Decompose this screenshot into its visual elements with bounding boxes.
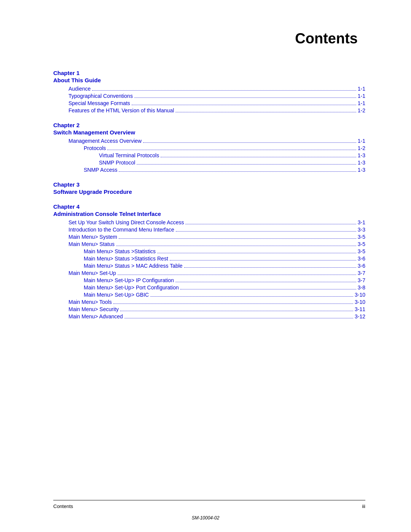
- chapter-title-4: Administration Console Telnet Interface: [53, 211, 365, 217]
- chapter-label-1: Chapter 1: [53, 70, 365, 76]
- toc-page-number: 3-7: [358, 277, 365, 283]
- toc-entry-text: Main Menu> Status >Statistics: [84, 248, 156, 254]
- toc-page-number: 1-1: [358, 138, 365, 144]
- toc-entry[interactable]: Main Menu> Advanced3-12: [53, 313, 365, 320]
- toc-page-number: 3-11: [355, 306, 365, 312]
- toc-entry-text: Introduction to the Command Menu Interfa…: [68, 227, 174, 233]
- toc-page-number: 3-8: [358, 284, 365, 291]
- toc-entry-text: Main Menu> Security: [68, 306, 119, 312]
- toc-entry[interactable]: Main Menu> Status >Statistics Rest3-6: [53, 256, 365, 262]
- toc-page-number: 1-2: [358, 145, 365, 151]
- toc-dots: [107, 150, 356, 150]
- toc-entry-text: Typographical Conventions: [68, 93, 133, 99]
- toc-container: Chapter 1About This GuideAudience1-1Typo…: [53, 70, 365, 320]
- toc-dots: [132, 105, 356, 105]
- toc-entry-text: Audience: [68, 86, 91, 92]
- toc-dots: [134, 97, 356, 98]
- toc-page-number: 3-5: [358, 234, 365, 240]
- chapter-title-1: About This Guide: [53, 77, 365, 83]
- toc-page-number: 3-1: [358, 219, 365, 225]
- toc-entry[interactable]: Main Menu> Status > MAC Address Table3-6: [53, 263, 365, 269]
- toc-entry[interactable]: Introduction to the Command Menu Interfa…: [53, 227, 365, 233]
- toc-entry-text: Special Message Formats: [68, 100, 130, 106]
- chapter-label-4: Chapter 4: [53, 203, 365, 210]
- toc-entry[interactable]: Management Access Overview1-1: [53, 138, 365, 144]
- toc-entry[interactable]: Main Menu> Set-Up> IP Configuration3-7: [53, 277, 365, 283]
- toc-page-number: 1-2: [358, 107, 365, 113]
- toc-dots: [92, 90, 356, 91]
- toc-entry-text: Main Menu> Advanced: [68, 313, 123, 320]
- toc-entry-text: SNMP Access: [84, 167, 117, 173]
- toc-entry[interactable]: Main Menu> Set-Up> GBIC3-10: [53, 292, 365, 298]
- toc-page-number: 3-10: [355, 292, 365, 298]
- toc-page-number: 3-5: [358, 241, 365, 247]
- toc-page-number: 1-3: [358, 160, 365, 166]
- toc-dots: [119, 238, 356, 239]
- toc-dots: [175, 282, 356, 282]
- toc-entry[interactable]: Main Menu> Set-Up> Port Configuration3-8: [53, 284, 365, 291]
- toc-dots: [143, 142, 356, 143]
- toc-dots: [157, 253, 356, 253]
- page: Contents Chapter 1About This GuideAudien…: [0, 0, 411, 532]
- toc-entry[interactable]: Main Menu> Security3-11: [53, 306, 365, 312]
- chapter-block-4: Chapter 4Administration Console Telnet I…: [53, 203, 365, 320]
- toc-entry[interactable]: Features of the HTML Version of this Man…: [53, 107, 365, 113]
- toc-page-number: 3-5: [358, 248, 365, 254]
- toc-entry[interactable]: SNMP Protocol1-3: [53, 160, 365, 166]
- toc-entry[interactable]: Protocols1-2: [53, 145, 365, 151]
- toc-entry[interactable]: Main Menu> Tools3-10: [53, 299, 365, 305]
- toc-dots: [116, 246, 356, 246]
- toc-entry[interactable]: Special Message Formats1-1: [53, 100, 365, 106]
- toc-dots: [150, 296, 353, 297]
- toc-page-number: 3-6: [358, 256, 365, 262]
- toc-dots: [180, 289, 356, 289]
- page-title: Contents: [53, 30, 365, 47]
- toc-page-number: 3-3: [358, 227, 365, 233]
- toc-entry-text: Main Menu> Status: [68, 241, 115, 247]
- toc-entry-text: Main Menu> Tools: [68, 299, 112, 305]
- toc-page-number: 1-3: [358, 167, 365, 173]
- chapter-block-3: Chapter 3Software Upgrade Procedure: [53, 181, 365, 195]
- footer-center: SM-10004-02: [192, 515, 220, 521]
- toc-entry-text: Main Menu> Status > MAC Address Table: [84, 263, 183, 269]
- toc-dots: [120, 311, 353, 311]
- footer-right: iii: [362, 503, 365, 509]
- toc-entry-text: Main Menu> Set-Up> IP Configuration: [84, 277, 174, 283]
- toc-page-number: 3-10: [355, 299, 365, 305]
- toc-entry[interactable]: Main Menu> Status3-5: [53, 241, 365, 247]
- toc-entry[interactable]: Typographical Conventions1-1: [53, 93, 365, 99]
- chapter-block-1: Chapter 1About This GuideAudience1-1Typo…: [53, 70, 365, 113]
- toc-entry-text: Management Access Overview: [68, 138, 142, 144]
- toc-entry-text: Main Menu> Status >Statistics Rest: [84, 256, 168, 262]
- toc-dots: [175, 112, 356, 112]
- toc-entry-text: Main Menu> System: [68, 234, 117, 240]
- toc-entry[interactable]: Set Up Your Switch Using Direct Console …: [53, 219, 365, 225]
- toc-entry[interactable]: Main Menu> Status >Statistics3-5: [53, 248, 365, 254]
- toc-dots: [118, 275, 356, 275]
- toc-page-number: 1-3: [358, 152, 365, 158]
- toc-entry-text: Protocols: [84, 145, 106, 151]
- toc-dots: [161, 157, 356, 157]
- footer: Contents iii: [53, 500, 365, 509]
- toc-dots: [185, 224, 356, 224]
- chapter-label-3: Chapter 3: [53, 181, 365, 188]
- toc-page-number: 3-7: [358, 270, 365, 276]
- toc-entry-text: Main Menu> Set-Up: [68, 270, 116, 276]
- toc-page-number: 1-1: [358, 100, 365, 106]
- toc-entry-text: Main Menu> Set-Up> Port Configuration: [84, 284, 179, 291]
- toc-dots: [137, 164, 356, 165]
- chapter-title-2: Switch Management Overview: [53, 129, 365, 136]
- toc-entry[interactable]: Audience1-1: [53, 86, 365, 92]
- toc-dots: [113, 304, 353, 304]
- toc-entry-text: Features of the HTML Version of this Man…: [68, 107, 174, 113]
- toc-dots: [170, 260, 356, 260]
- toc-entry-text: Virtual Terminal Protocols: [99, 152, 159, 158]
- toc-entry[interactable]: SNMP Access1-3: [53, 167, 365, 173]
- toc-entry[interactable]: Main Menu> Set-Up3-7: [53, 270, 365, 276]
- toc-dots: [124, 318, 353, 318]
- toc-entry[interactable]: Main Menu> System3-5: [53, 234, 365, 240]
- toc-entry[interactable]: Virtual Terminal Protocols1-3: [53, 152, 365, 158]
- toc-page-number: 1-1: [358, 93, 365, 99]
- chapter-label-2: Chapter 2: [53, 122, 365, 128]
- toc-entry-text: Set Up Your Switch Using Direct Console …: [68, 219, 184, 225]
